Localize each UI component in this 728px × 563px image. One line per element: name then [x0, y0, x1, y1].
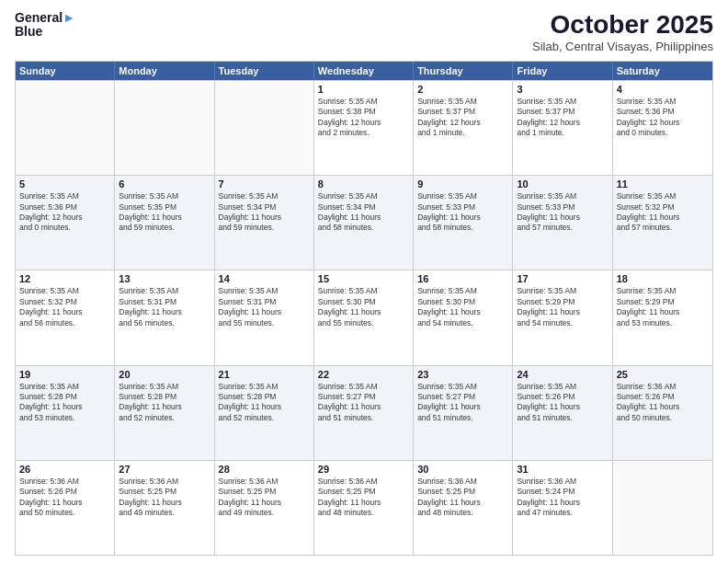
cal-cell-3-4: 23Sunrise: 5:35 AMSunset: 5:27 PMDayligh… — [414, 366, 513, 460]
cell-info: Sunrise: 5:35 AMSunset: 5:31 PMDaylight:… — [119, 286, 210, 328]
cal-cell-0-1 — [115, 81, 214, 175]
cell-info: Sunrise: 5:35 AMSunset: 5:38 PMDaylight:… — [318, 97, 409, 139]
cal-cell-0-4: 2Sunrise: 5:35 AMSunset: 5:37 PMDaylight… — [414, 81, 513, 175]
cal-cell-4-3: 29Sunrise: 5:36 AMSunset: 5:25 PMDayligh… — [314, 461, 414, 555]
cal-cell-3-1: 20Sunrise: 5:35 AMSunset: 5:28 PMDayligh… — [115, 366, 214, 460]
cal-cell-1-5: 10Sunrise: 5:35 AMSunset: 5:33 PMDayligh… — [513, 176, 612, 270]
cal-cell-0-6: 4Sunrise: 5:35 AMSunset: 5:36 PMDaylight… — [613, 81, 712, 175]
cell-day-number: 3 — [517, 84, 608, 95]
cell-info: Sunrise: 5:35 AMSunset: 5:26 PMDaylight:… — [517, 382, 608, 424]
cell-info: Sunrise: 5:36 AMSunset: 5:25 PMDaylight:… — [119, 477, 210, 519]
header: General►Blue October 2025 Silab, Central… — [15, 11, 713, 53]
cal-row-2: 12Sunrise: 5:35 AMSunset: 5:32 PMDayligh… — [16, 270, 712, 364]
cal-cell-3-0: 19Sunrise: 5:35 AMSunset: 5:28 PMDayligh… — [16, 366, 115, 460]
cell-info: Sunrise: 5:36 AMSunset: 5:25 PMDaylight:… — [417, 477, 508, 519]
cell-info: Sunrise: 5:35 AMSunset: 5:32 PMDaylight:… — [19, 286, 110, 328]
cal-cell-0-5: 3Sunrise: 5:35 AMSunset: 5:37 PMDaylight… — [513, 81, 612, 175]
calendar-header: SundayMondayTuesdayWednesdayThursdayFrid… — [16, 62, 712, 80]
cal-cell-2-0: 12Sunrise: 5:35 AMSunset: 5:32 PMDayligh… — [16, 270, 115, 364]
cell-day-number: 8 — [318, 178, 409, 190]
cell-day-number: 27 — [119, 464, 210, 475]
cal-row-3: 19Sunrise: 5:35 AMSunset: 5:28 PMDayligh… — [16, 365, 712, 460]
cell-info: Sunrise: 5:35 AMSunset: 5:36 PMDaylight:… — [617, 97, 709, 139]
cal-cell-2-6: 18Sunrise: 5:35 AMSunset: 5:29 PMDayligh… — [613, 270, 712, 364]
cal-row-1: 5Sunrise: 5:35 AMSunset: 5:36 PMDaylight… — [16, 175, 712, 270]
cell-day-number: 10 — [517, 178, 608, 190]
cell-info: Sunrise: 5:35 AMSunset: 5:33 PMDaylight:… — [517, 191, 608, 234]
cell-info: Sunrise: 5:35 AMSunset: 5:28 PMDaylight:… — [219, 382, 310, 424]
cal-cell-4-1: 27Sunrise: 5:36 AMSunset: 5:25 PMDayligh… — [115, 461, 214, 555]
cal-cell-1-1: 6Sunrise: 5:35 AMSunset: 5:35 PMDaylight… — [115, 176, 214, 270]
header-cell-tuesday: Tuesday — [215, 62, 314, 80]
cell-day-number: 19 — [19, 369, 110, 380]
cell-day-number: 17 — [517, 273, 608, 284]
cell-day-number: 31 — [517, 464, 608, 475]
cell-day-number: 15 — [318, 273, 409, 284]
cell-day-number: 2 — [417, 84, 508, 95]
cell-info: Sunrise: 5:35 AMSunset: 5:36 PMDaylight:… — [19, 191, 110, 234]
cell-day-number: 23 — [417, 369, 508, 380]
cell-info: Sunrise: 5:35 AMSunset: 5:31 PMDaylight:… — [219, 286, 310, 328]
cell-day-number: 16 — [417, 273, 508, 284]
cell-day-number: 1 — [318, 84, 409, 95]
cal-cell-2-3: 15Sunrise: 5:35 AMSunset: 5:30 PMDayligh… — [314, 270, 414, 364]
cal-cell-1-6: 11Sunrise: 5:35 AMSunset: 5:32 PMDayligh… — [613, 176, 712, 270]
header-cell-saturday: Saturday — [613, 62, 712, 80]
cell-day-number: 21 — [219, 369, 310, 380]
cal-cell-4-0: 26Sunrise: 5:36 AMSunset: 5:26 PMDayligh… — [16, 461, 115, 555]
cal-cell-4-4: 30Sunrise: 5:36 AMSunset: 5:25 PMDayligh… — [414, 461, 513, 555]
calendar: SundayMondayTuesdayWednesdayThursdayFrid… — [15, 61, 713, 556]
cell-info: Sunrise: 5:35 AMSunset: 5:37 PMDaylight:… — [517, 97, 608, 139]
cell-info: Sunrise: 5:36 AMSunset: 5:25 PMDaylight:… — [318, 477, 409, 519]
cell-info: Sunrise: 5:36 AMSunset: 5:26 PMDaylight:… — [617, 382, 709, 424]
cal-cell-2-4: 16Sunrise: 5:35 AMSunset: 5:30 PMDayligh… — [414, 270, 513, 364]
cell-info: Sunrise: 5:36 AMSunset: 5:24 PMDaylight:… — [517, 477, 608, 519]
cell-info: Sunrise: 5:35 AMSunset: 5:28 PMDaylight:… — [119, 382, 210, 424]
cell-info: Sunrise: 5:35 AMSunset: 5:34 PMDaylight:… — [219, 191, 310, 234]
cell-day-number: 20 — [119, 369, 210, 380]
month-title: October 2025 — [532, 11, 713, 40]
cell-day-number: 29 — [318, 464, 409, 475]
title-block: October 2025 Silab, Central Visayas, Phi… — [532, 11, 713, 53]
cal-row-0: 1Sunrise: 5:35 AMSunset: 5:38 PMDaylight… — [16, 80, 712, 175]
cal-cell-4-6 — [613, 461, 712, 555]
cal-cell-2-5: 17Sunrise: 5:35 AMSunset: 5:29 PMDayligh… — [513, 270, 612, 364]
cell-info: Sunrise: 5:35 AMSunset: 5:37 PMDaylight:… — [417, 97, 508, 139]
cal-cell-3-5: 24Sunrise: 5:35 AMSunset: 5:26 PMDayligh… — [513, 366, 612, 460]
cell-day-number: 5 — [19, 178, 110, 190]
cell-day-number: 7 — [219, 178, 310, 190]
cell-info: Sunrise: 5:35 AMSunset: 5:28 PMDaylight:… — [19, 382, 110, 424]
cell-day-number: 26 — [19, 464, 110, 475]
cal-cell-3-2: 21Sunrise: 5:35 AMSunset: 5:28 PMDayligh… — [215, 366, 314, 460]
header-cell-friday: Friday — [513, 62, 612, 80]
cal-cell-0-2 — [215, 81, 314, 175]
header-cell-monday: Monday — [115, 62, 214, 80]
cal-cell-4-5: 31Sunrise: 5:36 AMSunset: 5:24 PMDayligh… — [513, 461, 612, 555]
cell-day-number: 13 — [119, 273, 210, 284]
cell-info: Sunrise: 5:35 AMSunset: 5:32 PMDaylight:… — [617, 191, 709, 234]
cal-cell-3-6: 25Sunrise: 5:36 AMSunset: 5:26 PMDayligh… — [613, 366, 712, 460]
cell-day-number: 14 — [219, 273, 310, 284]
cell-info: Sunrise: 5:35 AMSunset: 5:33 PMDaylight:… — [417, 191, 508, 234]
cal-cell-4-2: 28Sunrise: 5:36 AMSunset: 5:25 PMDayligh… — [215, 461, 314, 555]
cal-cell-3-3: 22Sunrise: 5:35 AMSunset: 5:27 PMDayligh… — [314, 366, 414, 460]
cell-info: Sunrise: 5:35 AMSunset: 5:27 PMDaylight:… — [318, 382, 409, 424]
logo: General►Blue — [15, 11, 75, 40]
cell-day-number: 4 — [617, 84, 709, 95]
cell-info: Sunrise: 5:35 AMSunset: 5:29 PMDaylight:… — [517, 286, 608, 328]
cell-day-number: 22 — [318, 369, 409, 380]
cell-day-number: 28 — [219, 464, 310, 475]
header-cell-sunday: Sunday — [16, 62, 115, 80]
cell-day-number: 24 — [517, 369, 608, 380]
cell-info: Sunrise: 5:35 AMSunset: 5:30 PMDaylight:… — [417, 286, 508, 328]
logo-text: General►Blue — [15, 11, 75, 40]
cell-info: Sunrise: 5:36 AMSunset: 5:26 PMDaylight:… — [19, 477, 110, 519]
cal-cell-2-1: 13Sunrise: 5:35 AMSunset: 5:31 PMDayligh… — [115, 270, 214, 364]
location-title: Silab, Central Visayas, Philippines — [532, 40, 713, 53]
cell-info: Sunrise: 5:35 AMSunset: 5:30 PMDaylight:… — [318, 286, 409, 328]
cell-day-number: 30 — [417, 464, 508, 475]
cal-cell-2-2: 14Sunrise: 5:35 AMSunset: 5:31 PMDayligh… — [215, 270, 314, 364]
calendar-body: 1Sunrise: 5:35 AMSunset: 5:38 PMDaylight… — [16, 80, 712, 555]
cell-day-number: 9 — [417, 178, 508, 190]
cell-info: Sunrise: 5:35 AMSunset: 5:35 PMDaylight:… — [119, 191, 210, 234]
